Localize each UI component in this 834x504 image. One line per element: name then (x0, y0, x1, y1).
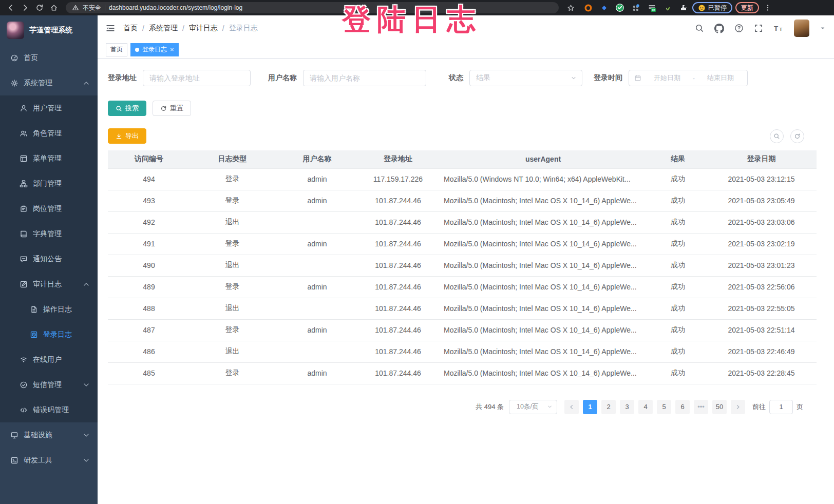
sidebar-item-infra[interactable]: 基础设施 (0, 422, 98, 448)
column-header: 访问编号 (108, 150, 190, 168)
page-size-select[interactable]: 10条/页 (509, 400, 557, 414)
table-cell: 成功 (650, 276, 706, 298)
next-page-button[interactable] (731, 400, 745, 414)
tag-首页[interactable]: 首页 (106, 43, 127, 56)
table-cell (275, 211, 359, 233)
sidebar-item-system[interactable]: 系统管理 (0, 70, 98, 95)
sidebar-item-online-users[interactable]: 在线用户 (0, 347, 98, 372)
prev-page-button[interactable] (564, 400, 579, 414)
browser-forward-icon[interactable] (20, 2, 31, 13)
fullscreen-icon[interactable] (754, 24, 763, 33)
table-cell: 2021-05-03 22:51:14 (706, 319, 817, 341)
sidebar-item-label: 菜单管理 (33, 154, 62, 163)
breadcrumb-item[interactable]: 系统管理 (149, 24, 178, 33)
browser-update-button[interactable]: 更新 (735, 2, 759, 13)
sidebar-item-dicts[interactable]: 字典管理 (0, 221, 98, 246)
browser-home-icon[interactable] (48, 2, 60, 13)
table-cell: 486 (108, 341, 190, 362)
sidebar-item-notices[interactable]: 通知公告 (0, 246, 98, 272)
tag-登录日志[interactable]: 登录日志× (130, 43, 179, 56)
close-icon[interactable]: × (170, 46, 174, 53)
extension-sprout-icon[interactable] (662, 2, 673, 13)
sidebar-item-label: 审计日志 (33, 280, 62, 289)
pager-ellipsis[interactable]: ••• (694, 400, 708, 414)
sidebar-item-users[interactable]: 用户管理 (0, 95, 98, 121)
avatar-caret-down-icon[interactable] (820, 25, 826, 31)
address-bar[interactable]: 不安全 dashboard.yudao.iocoder.cn/system/lo… (66, 2, 559, 13)
navbar: 首页/系统管理/审计日志/登录日志 TT (98, 15, 834, 41)
hamburger-icon[interactable] (106, 24, 115, 33)
notice-icon (20, 255, 28, 263)
page-button-1[interactable]: 1 (583, 400, 597, 414)
extension-grid-icon[interactable] (630, 2, 641, 13)
goto-page-input[interactable] (769, 400, 793, 414)
active-tag-dot (135, 48, 139, 52)
table-row: 494登录admin117.159.17.226Mozilla/5.0 (Win… (108, 168, 817, 190)
sidebar-item-depts[interactable]: 部门管理 (0, 171, 98, 196)
sidebar-item-label: 错误码管理 (33, 405, 69, 415)
sidebar-item-error-codes[interactable]: 错误码管理 (0, 397, 98, 422)
sidebar-item-home[interactable]: 首页 (0, 45, 98, 70)
page-button-4[interactable]: 4 (638, 400, 653, 414)
gear-icon (10, 79, 18, 87)
table-cell: admin (275, 276, 359, 298)
page-button-2[interactable]: 2 (601, 400, 616, 414)
sidebar: 芋道管理系统 首页系统管理用户管理角色管理菜单管理部门管理岗位管理字典管理通知公… (0, 15, 98, 504)
profile-paused-badge[interactable]: 已暂停 (692, 2, 732, 13)
table-tools (770, 129, 825, 143)
extension-tabs-on-icon[interactable]: on (646, 2, 657, 13)
browser-menu-kebab-icon[interactable] (762, 2, 773, 13)
header-search-icon[interactable] (695, 24, 704, 33)
font-size-icon[interactable]: TT (773, 24, 784, 33)
sidebar-item-devtools[interactable]: 研发工具 (0, 448, 98, 473)
sidebar-item-posts[interactable]: 岗位管理 (0, 196, 98, 221)
sidebar-item-operate-log[interactable]: 操作日志 (0, 297, 98, 322)
sidebar-item-sms[interactable]: 短信管理 (0, 372, 98, 397)
breadcrumb-item[interactable]: 审计日志 (189, 24, 218, 33)
table-cell: 492 (108, 211, 190, 233)
page-size-value: 10条/页 (517, 402, 538, 411)
help-question-icon[interactable] (734, 24, 744, 33)
table-cell: admin (275, 233, 359, 255)
chevron-down-icon (547, 404, 553, 410)
sidebar-item-login-log[interactable]: 登录日志 (0, 322, 98, 347)
page-button-3[interactable]: 3 (620, 400, 634, 414)
reset-button-label: 重置 (170, 104, 183, 113)
breadcrumb-item[interactable]: 首页 (123, 24, 138, 33)
login-address-input[interactable] (143, 70, 251, 86)
page-button-50[interactable]: 50 (712, 400, 727, 414)
page-button-6[interactable]: 6 (675, 400, 690, 414)
table-cell: 2021-05-03 22:55:05 (706, 298, 817, 319)
login-time-range-picker[interactable]: 开始日期 - 结束日期 (629, 70, 748, 86)
username-input[interactable] (303, 70, 426, 86)
table-cell: 2021-05-03 23:01:23 (706, 255, 817, 276)
extension-green-check-icon[interactable] (614, 2, 626, 13)
chevron-down-icon (82, 381, 90, 389)
reset-button[interactable]: 重置 (153, 101, 191, 116)
table-cell: 101.87.244.46 (359, 341, 437, 362)
refresh-circle-button[interactable] (790, 129, 804, 143)
sidebar-item-menus[interactable]: 菜单管理 (0, 146, 98, 171)
status-select[interactable]: 结果 (469, 70, 582, 86)
infra-icon (10, 431, 18, 439)
extension-orange-icon[interactable] (582, 2, 594, 13)
table-cell: 登录 (190, 190, 275, 211)
bookmark-star-icon[interactable] (565, 2, 576, 13)
table-cell: 2021-05-03 23:03:06 (706, 211, 817, 233)
table-cell: 退出 (190, 341, 275, 362)
table-cell: Mozilla/5.0 (Windows NT 10.0; Win64; x64… (437, 168, 650, 190)
page-button-5[interactable]: 5 (657, 400, 671, 414)
github-icon[interactable] (714, 24, 724, 33)
browser-back-icon[interactable] (5, 2, 16, 13)
extensions-puzzle-icon[interactable] (678, 2, 689, 13)
sidebar-logo[interactable]: 芋道管理系统 (0, 15, 98, 45)
download-icon (116, 133, 122, 140)
export-button[interactable]: 导出 (108, 128, 146, 144)
sidebar-item-roles[interactable]: 角色管理 (0, 121, 98, 146)
toggle-search-circle-button[interactable] (770, 129, 784, 143)
avatar[interactable] (794, 20, 809, 37)
search-button[interactable]: 搜索 (108, 101, 146, 116)
sidebar-item-audit-log[interactable]: 审计日志 (0, 272, 98, 297)
extension-blue-diamond-icon[interactable] (598, 2, 610, 13)
browser-reload-icon[interactable] (34, 2, 45, 13)
